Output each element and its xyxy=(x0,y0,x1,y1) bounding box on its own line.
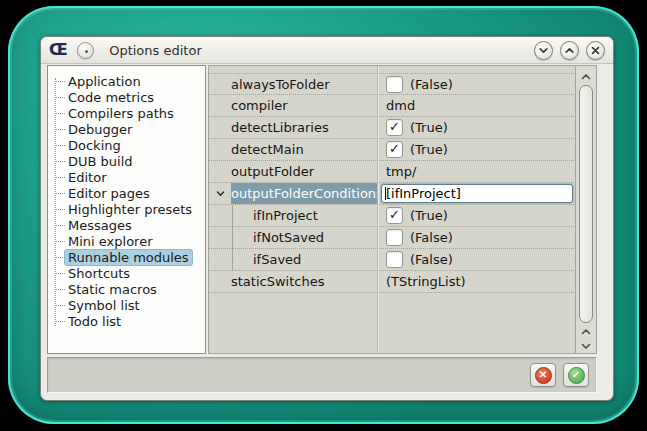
edit-text: [ifInProject] xyxy=(386,186,461,201)
tree-item-label: Editor pages xyxy=(68,186,150,201)
scroll-up-button[interactable] xyxy=(576,68,596,82)
sidebar-item-static-macros[interactable]: Static macros xyxy=(48,281,205,297)
chevron-down-icon xyxy=(216,186,225,201)
tree-item-label: Static macros xyxy=(68,282,157,297)
row-expander[interactable] xyxy=(209,183,231,204)
table-row[interactable]: staticSwitches (TStringList) xyxy=(209,271,576,293)
scroll-down-button[interactable] xyxy=(576,337,596,351)
titlebar[interactable]: Œ Options editor xyxy=(41,37,613,64)
checkbox-unchecked[interactable] xyxy=(386,251,403,268)
property-value-cell[interactable]: [ifInProject] xyxy=(377,183,576,204)
property-value-cell[interactable]: (False) xyxy=(377,249,576,270)
property-name: staticSwitches xyxy=(231,271,377,292)
property-value-cell[interactable]: (False) xyxy=(377,74,576,94)
property-name: detectLibraries xyxy=(231,117,377,138)
table-row[interactable]: outputFolder tmp/ xyxy=(209,161,576,183)
ok-check-icon: ✓ xyxy=(568,367,585,384)
property-name: alwaysToFolder xyxy=(231,74,377,94)
sidebar-item-editor-pages[interactable]: Editor pages xyxy=(48,185,205,201)
table-row[interactable]: detectMain ✓ (True) xyxy=(209,139,576,161)
scrollbar-thumb[interactable] xyxy=(579,85,593,323)
sidebar-item-docking[interactable]: Docking xyxy=(48,137,205,153)
chevron-down-icon xyxy=(538,45,549,56)
property-name-cell[interactable]: outputFolderConditions xyxy=(209,183,377,204)
property-name-cell[interactable]: ifSaved xyxy=(209,249,377,270)
property-name-cell[interactable]: detectMain xyxy=(209,139,377,160)
property-value-cell[interactable]: (TStringList) xyxy=(377,271,576,292)
property-name: outputFolder xyxy=(231,161,377,182)
table-row[interactable]: ifSaved (False) xyxy=(209,249,576,271)
sidebar-item-debugger[interactable]: Debugger xyxy=(48,121,205,137)
property-name-cell[interactable]: detectLibraries xyxy=(209,117,377,138)
checkbox-checked[interactable]: ✓ xyxy=(386,119,403,136)
window-menu-button[interactable] xyxy=(77,42,94,59)
sidebar-item-shortcuts[interactable]: Shortcuts xyxy=(48,265,205,281)
property-value-cell[interactable]: tmp/ xyxy=(377,161,576,182)
options-editor-window: Œ Options editor Application xyxy=(40,36,614,401)
property-name-cell[interactable]: ifNotSaved xyxy=(209,227,377,248)
value-label: (False) xyxy=(410,77,453,92)
property-value-cell[interactable]: dmd xyxy=(377,95,576,116)
value-label: (False) xyxy=(410,230,453,245)
property-name-cell[interactable]: staticSwitches xyxy=(209,271,377,292)
checkbox-checked[interactable]: ✓ xyxy=(386,141,403,158)
tree-item-label: Highlighter presets xyxy=(68,202,192,217)
cancel-x-icon: ✕ xyxy=(535,367,552,384)
sidebar-item-code-metrics[interactable]: Code metrics xyxy=(48,89,205,105)
property-name-cell[interactable]: outputFolder xyxy=(209,161,377,182)
sidebar-item-dub-build[interactable]: DUB build xyxy=(48,153,205,169)
coedit-logo-icon: Œ xyxy=(49,42,66,58)
bottom-action-bar: ✕ ✓ xyxy=(47,357,597,393)
value-label: (False) xyxy=(410,252,453,267)
chevron-down-icon xyxy=(581,335,591,354)
checkbox-unchecked[interactable] xyxy=(386,229,403,246)
check-icon: ✓ xyxy=(389,142,400,155)
sidebar-item-todo-list[interactable]: Todo list xyxy=(48,313,205,329)
tree-item-label: Messages xyxy=(68,218,132,233)
sidebar-item-compilers-paths[interactable]: Compilers paths xyxy=(48,105,205,121)
sidebar-item-mini-explorer[interactable]: Mini explorer xyxy=(48,233,205,249)
property-name-cell[interactable]: alwaysToFolder xyxy=(209,74,377,94)
property-value-cell[interactable]: (False) xyxy=(377,227,576,248)
table-row[interactable]: compiler dmd xyxy=(209,95,576,117)
cancel-button[interactable]: ✕ xyxy=(530,363,556,387)
minimize-button[interactable] xyxy=(534,41,553,60)
tree-item-label: DUB build xyxy=(68,154,133,169)
value-label: (True) xyxy=(410,208,448,223)
property-value-cell[interactable]: ✓ (True) xyxy=(377,205,576,226)
chevron-up-icon xyxy=(564,45,575,56)
property-name-cell[interactable]: ifInProject xyxy=(209,205,377,226)
vertical-scrollbar[interactable] xyxy=(575,66,596,353)
table-row[interactable]: detectLibraries ✓ (True) xyxy=(209,117,576,139)
table-row[interactable]: alwaysToFolder (False) xyxy=(209,73,576,95)
sidebar-item-editor[interactable]: Editor xyxy=(48,169,205,185)
checkbox-unchecked[interactable] xyxy=(386,76,403,93)
tree-item-label: Mini explorer xyxy=(68,234,153,249)
sidebar-item-application[interactable]: Application xyxy=(48,73,205,89)
tree-item-label: Application xyxy=(68,74,141,89)
property-value-cell[interactable]: ✓ (True) xyxy=(377,139,576,160)
property-name: ifNotSaved xyxy=(253,227,377,248)
accept-button[interactable]: ✓ xyxy=(563,363,589,387)
table-row[interactable]: ifNotSaved (False) xyxy=(209,227,576,249)
value-edit-input[interactable]: [ifInProject] xyxy=(381,184,573,203)
value-label: (True) xyxy=(410,142,448,157)
grid-rows: alwaysToFolder (False) compiler dmd dete… xyxy=(209,73,576,293)
sidebar-item-highlighter-presets[interactable]: Highlighter presets xyxy=(48,201,205,217)
sidebar-item-runnable-modules[interactable]: Runnable modules xyxy=(48,249,205,265)
sidebar-item-messages[interactable]: Messages xyxy=(48,217,205,233)
category-tree-panel[interactable]: Application Code metrics Compilers paths… xyxy=(47,65,206,354)
close-button[interactable] xyxy=(586,41,605,60)
table-row-selected[interactable]: outputFolderConditions [ifInProject] xyxy=(209,183,576,205)
property-grid: alwaysToFolder (False) compiler dmd dete… xyxy=(208,65,597,354)
checkbox-checked[interactable]: ✓ xyxy=(386,207,403,224)
value-label: tmp/ xyxy=(386,164,416,179)
property-name-cell[interactable]: compiler xyxy=(209,95,377,116)
table-row[interactable]: ifInProject ✓ (True) xyxy=(209,205,576,227)
chevron-up-icon xyxy=(581,66,591,85)
property-value-cell[interactable]: ✓ (True) xyxy=(377,117,576,138)
sidebar-item-symbol-list[interactable]: Symbol list xyxy=(48,297,205,313)
property-name: outputFolderConditions xyxy=(231,183,377,204)
maximize-button[interactable] xyxy=(560,41,579,60)
tree-item-label: Todo list xyxy=(68,314,121,329)
